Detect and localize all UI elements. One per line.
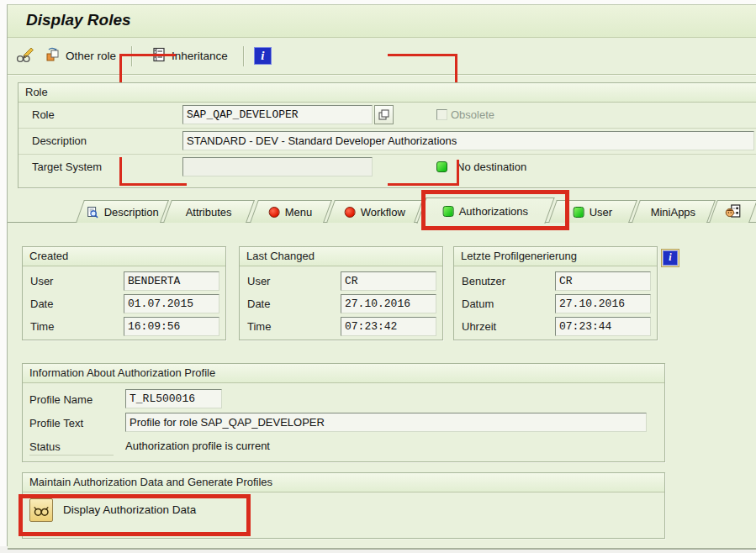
- tab-description-label: Description: [104, 206, 159, 219]
- profile-text-input[interactable]: [125, 413, 647, 432]
- last-changed-date-label: Date: [247, 298, 270, 310]
- no-destination-led-icon: [436, 161, 447, 172]
- toolbar-separator: [131, 46, 132, 66]
- profile-info-box: Information About Authorization Profile …: [22, 363, 665, 462]
- annotation-line: [119, 183, 187, 186]
- profile-generation-date-row: Datum: [454, 292, 657, 315]
- profile-name-label: Profile Name: [29, 393, 93, 406]
- last-changed-time-input[interactable]: [341, 317, 436, 336]
- last-changed-user-label: User: [247, 275, 270, 287]
- red-led-icon: [269, 207, 280, 218]
- tab-miniapps-label: MiniApps: [651, 206, 695, 219]
- role-input[interactable]: [182, 105, 373, 124]
- profile-info-box-title: Information About Authorization Profile: [23, 364, 664, 383]
- profile-text-label: Profile Text: [29, 417, 83, 429]
- maintain-box-title: Maintain Authorization Data and Generate…: [23, 473, 664, 492]
- tab-user-label: User: [589, 206, 612, 219]
- inheritance-icon: [151, 46, 167, 66]
- tab-attributes[interactable]: Attributes: [164, 200, 256, 223]
- page-title: Display Roles: [26, 11, 131, 29]
- profile-generation-info-button[interactable]: i: [661, 249, 679, 267]
- status-value: Authorization profile is current: [125, 440, 270, 452]
- tab-miniapps[interactable]: MiniApps: [632, 200, 715, 223]
- obsolete-label: Obsolete: [451, 108, 494, 121]
- profile-generation-date-label: Datum: [462, 298, 494, 310]
- target-system-row: Target System No destination: [19, 155, 756, 180]
- red-led-icon: [344, 207, 355, 218]
- created-box-title: Created: [23, 247, 225, 266]
- personalization-icon: [725, 204, 741, 219]
- created-date-label: Date: [30, 298, 53, 310]
- tab-menu[interactable]: Menu: [250, 200, 331, 223]
- tab-description[interactable]: Description: [76, 200, 169, 223]
- last-changed-box: Last Changed User Date Time: [239, 246, 443, 340]
- description-label: Description: [32, 134, 87, 147]
- inheritance-button[interactable]: Inheritance: [145, 44, 233, 68]
- status-row: Status Authorization profile is current: [23, 434, 664, 458]
- tab-personalization[interactable]: [709, 200, 756, 223]
- last-changed-time-label: Time: [247, 320, 271, 333]
- other-role-icon: [45, 46, 61, 66]
- tab-strip: Description Attributes Menu Workflow Aut…: [8, 197, 756, 223]
- tab-menu-label: Menu: [285, 206, 313, 219]
- display-change-icon: [15, 45, 35, 67]
- profile-generation-user-input[interactable]: [555, 271, 651, 291]
- other-role-label: Other role: [66, 50, 116, 62]
- created-date-input[interactable]: [124, 294, 219, 313]
- tab-workflow[interactable]: Workflow: [326, 200, 423, 223]
- description-input[interactable]: [182, 131, 754, 150]
- annotation-line: [119, 54, 122, 82]
- profile-generation-box-title: Letzte Profilgenerierung: [454, 247, 657, 266]
- annotation-line: [455, 54, 457, 82]
- annotation-line: [388, 183, 458, 186]
- tab-workflow-label: Workflow: [360, 206, 404, 219]
- profile-generation-time-label: Uhrzeit: [462, 320, 496, 333]
- profile-generation-box: Letzte Profilgenerierung Benutzer Datum …: [453, 246, 658, 340]
- last-changed-box-title: Last Changed: [240, 247, 442, 266]
- target-system-label: Target System: [32, 161, 102, 173]
- annotation-line: [119, 157, 122, 185]
- created-time-input[interactable]: [124, 317, 219, 336]
- created-user-row: User: [23, 270, 225, 292]
- last-changed-user-row: User: [240, 270, 442, 292]
- profile-name-input[interactable]: [125, 389, 222, 408]
- profile-generation-date-input[interactable]: [555, 294, 651, 313]
- annotation-line: [119, 54, 176, 56]
- profile-name-row: Profile Name: [23, 387, 664, 411]
- multiple-selection-button[interactable]: [374, 105, 394, 124]
- profile-generation-user-label: Benutzer: [462, 275, 505, 287]
- last-changed-user-input[interactable]: [341, 271, 436, 291]
- info-icon[interactable]: i: [254, 47, 272, 65]
- obsolete-checkbox[interactable]: [436, 109, 447, 120]
- status-label: Status: [29, 440, 114, 456]
- info-icon: i: [663, 250, 678, 266]
- profile-generation-time-input[interactable]: [555, 317, 651, 336]
- last-changed-date-row: Date: [240, 292, 442, 315]
- annotation-line: [457, 160, 459, 186]
- sap-window: Display Roles: [7, 4, 756, 547]
- other-role-button[interactable]: Other role: [40, 44, 121, 68]
- profile-text-row: Profile Text: [23, 411, 664, 434]
- toolbar-separator: [243, 46, 244, 66]
- created-box: Created User Date Time: [22, 246, 226, 340]
- created-user-input[interactable]: [124, 271, 219, 291]
- created-date-row: Date: [23, 292, 225, 315]
- green-led-icon: [574, 207, 584, 218]
- annotation-line: [388, 54, 457, 56]
- created-user-label: User: [30, 275, 53, 287]
- profile-generation-user-row: Benutzer: [454, 270, 657, 292]
- annotation-box-authorizations-tab: [421, 190, 569, 230]
- annotation-box-display-authorization-button: [19, 494, 251, 536]
- role-row: Role Obsolete: [19, 103, 756, 129]
- document-magnifier-icon: [87, 206, 99, 219]
- role-section: Role Role Obsolete Description Target Sy…: [18, 82, 756, 188]
- display-change-toggle-button[interactable]: [14, 45, 36, 67]
- title-bar: Display Roles: [8, 5, 756, 38]
- inheritance-label: Inheritance: [172, 50, 228, 62]
- role-section-title: Role: [19, 83, 756, 103]
- created-time-row: Time: [23, 315, 225, 338]
- target-system-input[interactable]: [182, 157, 373, 176]
- tab-attributes-label: Attributes: [187, 206, 233, 219]
- profile-generation-time-row: Uhrzeit: [454, 315, 657, 338]
- last-changed-date-input[interactable]: [341, 294, 436, 313]
